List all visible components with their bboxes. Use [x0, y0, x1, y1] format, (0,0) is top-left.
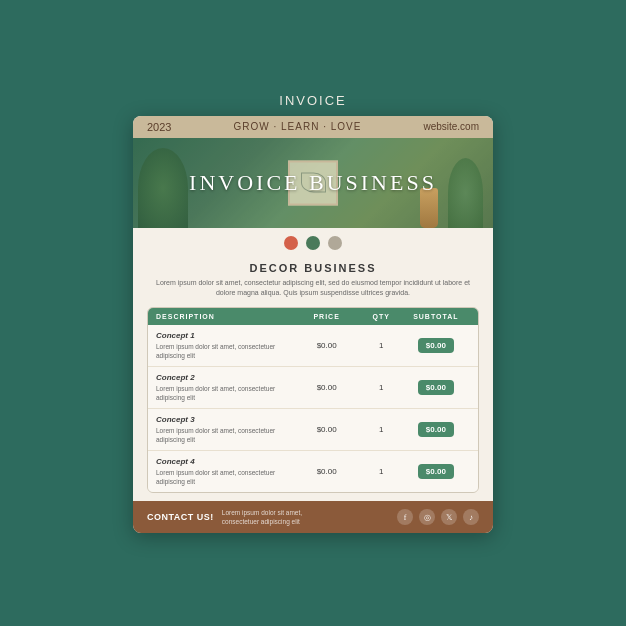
color-dots-row: [133, 228, 493, 256]
row-qty-3: 1: [361, 467, 402, 476]
table-row: Concept 4 Lorem ipsum dolor sit amet, co…: [148, 451, 478, 492]
about-text: Lorem ipsum dolor sit amet, consectetur …: [153, 278, 473, 299]
row-qty-0: 1: [361, 341, 402, 350]
row-price-3: $0.00: [293, 467, 361, 476]
invoice-table: DESCRIPTION PRICE QTY SUBTOTAL Concept 1…: [147, 307, 479, 494]
row-description-2: Concept 3 Lorem ipsum dolor sit amet, co…: [156, 415, 293, 444]
row-qty-1: 1: [361, 383, 402, 392]
concept-desc-1: Lorem ipsum dolor sit amet, consectetuer…: [156, 384, 293, 402]
header-price: PRICE: [293, 313, 361, 320]
header-subtotal: SUBTOTAL: [402, 313, 470, 320]
row-description-0: Concept 1 Lorem ipsum dolor sit amet, co…: [156, 331, 293, 360]
concept-title-1: Concept 2: [156, 373, 293, 382]
facebook-icon[interactable]: f: [397, 509, 413, 525]
row-subtotal-0: $0.00: [402, 338, 470, 353]
row-subtotal-2: $0.00: [402, 422, 470, 437]
concept-title-0: Concept 1: [156, 331, 293, 340]
twitter-icon[interactable]: 𝕏: [441, 509, 457, 525]
hero-title: INVOICE BUSINESS: [189, 170, 437, 196]
instagram-icon[interactable]: ◎: [419, 509, 435, 525]
row-description-1: Concept 2 Lorem ipsum dolor sit amet, co…: [156, 373, 293, 402]
footer-contact: CONTACT US! Lorem ipsum dolor sit amet, …: [147, 508, 312, 526]
card-footer: CONTACT US! Lorem ipsum dolor sit amet, …: [133, 501, 493, 533]
card-header-band: 2023 GROW · LEARN · LOVE website.com: [133, 116, 493, 138]
subtotal-badge-3: $0.00: [418, 464, 454, 479]
concept-desc-2: Lorem ipsum dolor sit amet, consectetuer…: [156, 426, 293, 444]
about-title: DECOR BUSINESS: [153, 262, 473, 274]
concept-desc-3: Lorem ipsum dolor sit amet, consectetuer…: [156, 468, 293, 486]
row-price-2: $0.00: [293, 425, 361, 434]
website-label: website.com: [423, 121, 479, 132]
row-price-1: $0.00: [293, 383, 361, 392]
page-title: INVOICE: [279, 93, 346, 108]
tagline-label: GROW · LEARN · LOVE: [233, 121, 361, 132]
subtotal-badge-0: $0.00: [418, 338, 454, 353]
subtotal-badge-2: $0.00: [418, 422, 454, 437]
hero-area: INVOICE BUSINESS: [133, 138, 493, 228]
contact-label: CONTACT US!: [147, 512, 214, 522]
header-qty: QTY: [361, 313, 402, 320]
hero-plant-right-decoration: [448, 158, 483, 228]
hero-plant-left-decoration: [138, 148, 188, 228]
dot-green: [306, 236, 320, 250]
invoice-card: 2023 GROW · LEARN · LOVE website.com INV…: [133, 116, 493, 534]
year-label: 2023: [147, 121, 171, 133]
row-subtotal-3: $0.00: [402, 464, 470, 479]
table-header: DESCRIPTION PRICE QTY SUBTOTAL: [148, 308, 478, 325]
table-row: Concept 3 Lorem ipsum dolor sit amet, co…: [148, 409, 478, 451]
row-subtotal-1: $0.00: [402, 380, 470, 395]
table-row: Concept 1 Lorem ipsum dolor sit amet, co…: [148, 325, 478, 367]
row-qty-2: 1: [361, 425, 402, 434]
concept-title-2: Concept 3: [156, 415, 293, 424]
row-price-0: $0.00: [293, 341, 361, 350]
table-body: Concept 1 Lorem ipsum dolor sit amet, co…: [148, 325, 478, 493]
footer-socials: f◎𝕏♪: [397, 509, 479, 525]
concept-desc-0: Lorem ipsum dolor sit amet, consectetuer…: [156, 342, 293, 360]
tiktok-icon[interactable]: ♪: [463, 509, 479, 525]
dot-taupe: [328, 236, 342, 250]
row-description-3: Concept 4 Lorem ipsum dolor sit amet, co…: [156, 457, 293, 486]
table-row: Concept 2 Lorem ipsum dolor sit amet, co…: [148, 367, 478, 409]
about-section: DECOR BUSINESS Lorem ipsum dolor sit ame…: [133, 256, 493, 307]
dot-coral: [284, 236, 298, 250]
header-description: DESCRIPTION: [156, 313, 293, 320]
concept-title-3: Concept 4: [156, 457, 293, 466]
subtotal-badge-1: $0.00: [418, 380, 454, 395]
contact-text: Lorem ipsum dolor sit amet, consectetuer…: [222, 508, 312, 526]
